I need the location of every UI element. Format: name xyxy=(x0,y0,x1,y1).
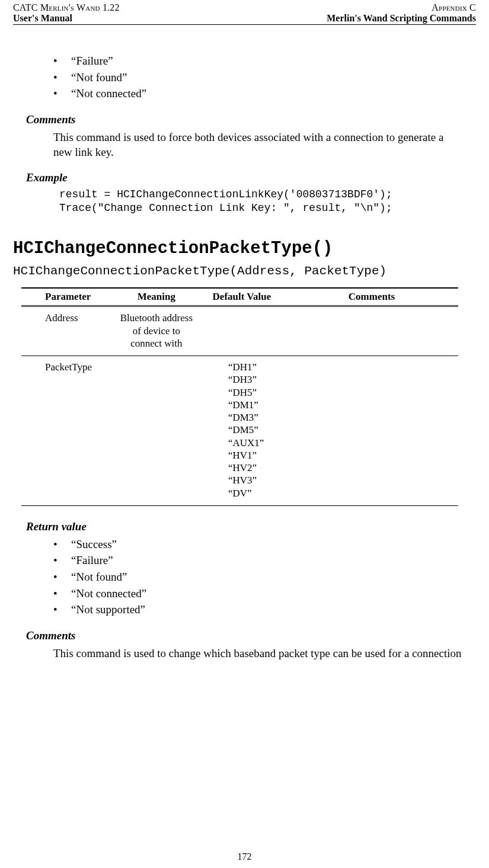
comments-text-2: This command is used to change which bas… xyxy=(53,646,463,661)
cell-meaning xyxy=(114,356,199,506)
col-default: Default Value xyxy=(199,288,285,306)
table-row: Address Bluetooth address of device to c… xyxy=(21,306,458,356)
table-header-row: Parameter Meaning Default Value Comments xyxy=(21,288,458,306)
top-bullets: “Failure” “Not found” “Not connected” xyxy=(53,53,463,101)
list-item: “Not supported” xyxy=(53,602,463,617)
function-heading: HCIChangeConnectionPacketType() xyxy=(13,239,463,258)
comments-heading-2: Comments xyxy=(26,629,463,642)
comments-text: This command is used to force both devic… xyxy=(53,130,463,159)
cell-comments xyxy=(285,306,458,356)
header-right-line2: Merlin's Wand Scripting Commands xyxy=(327,13,476,24)
cell-parameter: PacketType xyxy=(21,356,114,506)
col-comments: Comments xyxy=(285,288,458,306)
cell-default xyxy=(199,306,285,356)
col-meaning: Meaning xyxy=(114,288,199,306)
header-left-line2: User's Manual xyxy=(13,13,120,24)
header-right: Appendix C Merlin's Wand Scripting Comma… xyxy=(327,2,476,23)
example-code: result = HCIChangeConnectionLinkKey('008… xyxy=(59,188,463,215)
example-heading: Example xyxy=(26,171,463,184)
list-item: “Failure” xyxy=(53,553,463,568)
header-right-line1: Appendix C xyxy=(327,2,476,13)
header-left: CATC Merlin's Wand 1.22 User's Manual xyxy=(13,2,120,23)
page: CATC Merlin's Wand 1.22 User's Manual Ap… xyxy=(0,0,489,661)
cell-comments xyxy=(285,356,458,506)
return-heading: Return value xyxy=(26,520,463,533)
comments-heading: Comments xyxy=(26,113,463,126)
list-item: “Not connected” xyxy=(53,86,463,101)
list-item: “Not found” xyxy=(53,569,463,585)
list-item: “Failure” xyxy=(53,53,463,69)
parameter-table: Parameter Meaning Default Value Comments… xyxy=(21,287,458,506)
running-header: CATC Merlin's Wand 1.22 User's Manual Ap… xyxy=(13,2,476,23)
header-left-line1: CATC Merlin's Wand 1.22 xyxy=(13,2,120,13)
list-item: “Not connected” xyxy=(53,586,463,601)
list-item: “Not found” xyxy=(53,70,463,85)
col-parameter: Parameter xyxy=(21,288,114,306)
list-item: “Success” xyxy=(53,537,463,552)
page-number: 172 xyxy=(0,851,489,862)
cell-meaning: Bluetooth address of device to connect w… xyxy=(114,306,199,356)
return-bullets: “Success” “Failure” “Not found” “Not con… xyxy=(53,537,463,617)
table-row: PacketType “DH1” “DH3” “DH5” “DM1” “DM3”… xyxy=(21,356,458,506)
main-content: “Failure” “Not found” “Not connected” Co… xyxy=(13,25,476,661)
cell-parameter: Address xyxy=(21,306,114,356)
cell-default: “DH1” “DH3” “DH5” “DM1” “DM3” “DM5” “AUX… xyxy=(199,356,285,506)
function-signature: HCIChangeConnectionPacketType(Address, P… xyxy=(13,264,463,278)
